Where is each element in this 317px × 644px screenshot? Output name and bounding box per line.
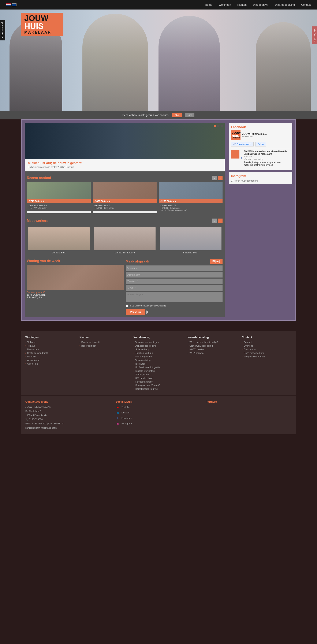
- footer-aankoopbegeleiding[interactable]: Aankoopbegeleiding: [134, 344, 184, 347]
- woning-week-price: € 749.000,- k.k.: [27, 296, 124, 299]
- footer-gratis-zoekopdracht[interactable]: Gratis zoekopdracht: [25, 352, 75, 354]
- facebook-post-name: JOUW Huismakelaar voorheen Daniëlle Smit…: [244, 150, 290, 155]
- social-youtube[interactable]: ▶ Youtube: [116, 405, 202, 409]
- footer-verkoopstyling[interactable]: Verkoopstyling: [134, 359, 184, 362]
- property-price-1: € 749.000,- k.k.: [27, 199, 91, 203]
- property-indicators: [214, 125, 223, 127]
- footer-veelgestelde-vragen[interactable]: Veelgestelde vragen: [242, 355, 292, 358]
- bij-mij-button[interactable]: Bij mij: [210, 259, 222, 264]
- footer-contact-link[interactable]: Contact: [242, 341, 292, 344]
- recent-aanbod-section: Recent aanbod ‹ › € 749.000,- k.k. Denne…: [25, 172, 225, 214]
- footer-grid: Woningen Te koop Te huur Nieuwbouw Grati…: [21, 332, 296, 396]
- staff-card-1[interactable]: Daniëlle Smit: [27, 226, 91, 255]
- favorites-sidebar[interactable]: Mijn favorieten: [312, 26, 317, 44]
- footer-open-huis[interactable]: Open Huis: [25, 362, 75, 365]
- property-status-3: Verkocht onder voorbehoud: [160, 209, 221, 212]
- nav-woningen[interactable]: Woningen: [219, 3, 231, 6]
- medewerkers-title: Medewerkers: [27, 219, 48, 223]
- email-input[interactable]: [126, 285, 222, 290]
- property-image-3: € 250.000,- k.k.: [159, 182, 222, 203]
- nav-klanten[interactable]: Klanten: [237, 3, 247, 6]
- footer-partners: Partners: [206, 400, 292, 430]
- footer-woningtour[interactable]: Digitale woningtour: [134, 370, 184, 372]
- footer-klanttevredenheid[interactable]: Klanttevredenheid: [80, 341, 129, 344]
- staff-card-2[interactable]: Marlies Zuijderduijn: [93, 226, 156, 255]
- property-card-2[interactable]: € 450.000,- k.k. Gelieenstraat 5 1972 SH…: [93, 182, 156, 213]
- achternaam-input[interactable]: [126, 272, 222, 278]
- privacy-text: Ik ga akkoord met de privacyverklaring: [130, 304, 166, 307]
- footer-beoordelingen[interactable]: Beoordelingen: [80, 344, 129, 347]
- facebook-post-time: afgelopen woensdag: [244, 158, 290, 160]
- facebook-widget: Facebook JOUW HUIS MAKELAAR JOUW Huismak…: [229, 123, 292, 170]
- footer-360-fotos[interactable]: 360 graden foto's: [134, 377, 184, 380]
- property-price-3: € 250.000,- k.k.: [159, 199, 222, 203]
- footer-ons-kantoor[interactable]: Ons kantoor: [242, 348, 292, 351]
- footer-fotografie[interactable]: Professionele fotografie: [134, 366, 184, 368]
- staff-grid: Daniëlle Smit Marlies Zuijderduijn Suzan…: [27, 226, 222, 255]
- nav-contact[interactable]: Contact: [301, 3, 311, 6]
- nav-waardebepaling[interactable]: Waardebepaling: [275, 3, 295, 6]
- cookie-ok-button[interactable]: Oké: [172, 113, 182, 117]
- indicator-2[interactable]: [217, 125, 220, 127]
- property-prev-button[interactable]: ‹: [212, 176, 217, 180]
- staff-next-button[interactable]: ›: [218, 218, 222, 223]
- footer-nwwi-taxatie[interactable]: NWWI taxatie: [188, 348, 238, 351]
- staff-nav-arrows: ‹ ›: [212, 218, 222, 223]
- staff-name-2: Marlies Zuijderduijn: [94, 251, 156, 254]
- staff-prev-button[interactable]: ‹: [212, 218, 217, 223]
- footer-plattegronden[interactable]: Plattegronden 2D en 3D: [134, 384, 184, 386]
- footer-tijdelijke-verhuur[interactable]: Tijdelijke verhuur: [134, 352, 184, 354]
- property-card-1[interactable]: € 749.000,- k.k. Dennekoplaan 93 1974 VA…: [27, 182, 91, 213]
- footer-col-woningen: Woningen Te koop Te huur Nieuwbouw Grati…: [25, 336, 75, 391]
- nav-wat-doen-wij[interactable]: Wat doen wij: [253, 3, 268, 6]
- footer-stille-verkoop[interactable]: Stille verkoop: [134, 348, 184, 351]
- staff-card-3[interactable]: Suzanne Boon: [159, 226, 222, 255]
- property-next-button[interactable]: ›: [218, 176, 222, 180]
- telefoon-input[interactable]: [126, 278, 222, 284]
- facebook-social-icon: f: [116, 416, 120, 420]
- indicator-1[interactable]: [214, 125, 216, 127]
- login-sidebar[interactable]: Inloggen move.nl: [0, 20, 5, 40]
- privacy-checkbox[interactable]: [126, 304, 128, 307]
- footer-energielabel[interactable]: Het energielabel: [134, 355, 184, 358]
- facebook-follow-button[interactable]: ☍ Pagina volgen: [231, 142, 254, 146]
- footer-woz-bezwaar[interactable]: WOZ bezwaar: [188, 352, 238, 354]
- nav-home[interactable]: Home: [205, 3, 212, 6]
- footer-verkoop-woningen[interactable]: Verkoop van woningen: [134, 341, 184, 344]
- instagram-title: Instagram: [231, 174, 290, 178]
- footer-bouwkundige-keuring[interactable]: Bouwkundige keuring: [134, 388, 184, 390]
- content-grid: MissiehuisPark; de bouw is gestart! Enth…: [21, 120, 296, 321]
- footer-te-huur[interactable]: Te huur: [25, 344, 75, 347]
- social-facebook[interactable]: f Facebook: [116, 416, 202, 420]
- property-card-3[interactable]: € 250.000,- k.k. Dinkelbstaat 45 1946 RB…: [159, 182, 222, 213]
- logo[interactable]: JOUW HUIS MAKELAAR: [21, 13, 64, 36]
- footer-blikvanger[interactable]: Blikvanger: [134, 362, 184, 365]
- flag-en[interactable]: [12, 4, 16, 6]
- woning-week-image[interactable]: [27, 264, 124, 290]
- medewerkers-section: Medewerkers ‹ › Daniëlle Smit Marlies Zu…: [25, 214, 225, 256]
- footer-aangekocht[interactable]: Aangekocht: [25, 359, 75, 362]
- flag-nl[interactable]: [6, 4, 11, 6]
- footer-verkocht[interactable]: Verkocht: [25, 355, 75, 358]
- opmerkingen-input[interactable]: [126, 292, 222, 302]
- company-btw: BTW: NL863314801 | KvK: 84658304: [25, 422, 111, 426]
- indicator-3[interactable]: [220, 125, 223, 127]
- footer-woningvideo[interactable]: Woningvideo: [134, 373, 184, 376]
- social-instagram[interactable]: ◉ Instagram: [116, 422, 202, 426]
- voornaam-input[interactable]: [126, 266, 222, 271]
- footer-gratis-waardebepaling[interactable]: Gratis waardebepaling: [188, 344, 238, 347]
- submit-button[interactable]: Verstuur: [126, 309, 146, 315]
- footer-onze-medewerkers[interactable]: Onze medewerkers: [242, 352, 292, 354]
- facebook-share-button[interactable]: Delen: [255, 142, 266, 146]
- property-grid: € 749.000,- k.k. Dennekoplaan 93 1974 VA…: [27, 182, 222, 213]
- footer-welke-taxatie[interactable]: Welke taxatie heb ik nodig?: [188, 341, 238, 344]
- footer-hoogtefotografie[interactable]: Hoogtefotografie: [134, 380, 184, 383]
- footer-te-koop[interactable]: Te koop: [25, 341, 75, 344]
- social-linkedin[interactable]: in Linkedin: [116, 410, 202, 415]
- footer-over-ons[interactable]: Over ons: [242, 344, 292, 347]
- company-email[interactable]: kantoor@jouw-huismakelaar.nl: [25, 426, 111, 430]
- language-flags[interactable]: [6, 4, 16, 6]
- cookie-info-button[interactable]: Info: [185, 113, 194, 117]
- instagram-widget: Instagram Er is een fout opgetreden!: [229, 172, 292, 184]
- footer-nieuwbouw[interactable]: Nieuwbouw: [25, 348, 75, 351]
